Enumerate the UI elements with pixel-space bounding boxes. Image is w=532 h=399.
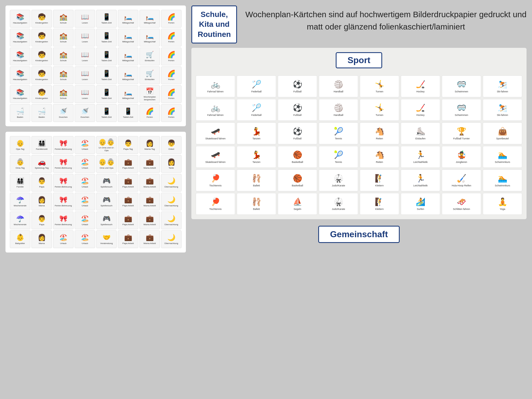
card-icon: 👨: [38, 215, 46, 223]
card-item: 🤝 Verabredung: [96, 230, 117, 248]
card-item: 🚗 Spielzeug-Tag: [31, 155, 52, 173]
sport-card-item: 🛷 Schlitten fahren: [442, 193, 481, 215]
card-icon: 🏫: [59, 70, 68, 78]
sport-label: Reiten: [376, 137, 383, 140]
card-item: 📱 Tablet-Zeit: [96, 85, 117, 103]
card-item: 💼 Mama Arbeit: [139, 193, 160, 210]
card-item: 🎀 Ferien-Betreuung: [53, 193, 74, 210]
sport-label: Tennis: [335, 161, 342, 164]
sport-icon: 🩰: [252, 197, 261, 207]
card-label: Spielbesuch: [101, 186, 113, 188]
sport-label: Tischtennis: [209, 208, 221, 211]
sport-label: Leichtathletik: [413, 184, 428, 187]
card-icon: 📱: [124, 107, 132, 115]
card-label: Mama Arbeit: [144, 167, 156, 169]
sport-icon: 🎾: [334, 150, 343, 160]
card-icon: 🎀: [59, 139, 68, 147]
card-label: Ferien: [168, 40, 174, 43]
sport-icon: 💃: [252, 127, 261, 136]
card-item: 💼 Papa Arbeit: [118, 155, 138, 173]
sport-label: Leichtathletik: [413, 161, 428, 164]
sport-icon: 🚲: [211, 103, 220, 113]
card-item: 💼 Papa Arbeit: [118, 193, 138, 210]
sport-label: Reiten: [376, 161, 383, 164]
card-item: 👨 Papa-Tag: [118, 136, 138, 154]
sport-card-item: 🤸 Turnen: [360, 75, 399, 97]
sport-label: Skateboard fahren: [205, 161, 226, 164]
card-icon: 👨: [124, 139, 132, 147]
sport-icon: 🏑: [457, 174, 466, 183]
card-item: 🎮 Spielbesuch: [96, 193, 117, 210]
sport-card-item: 🏃 Leichtathletik: [401, 169, 440, 191]
card-item: 📖 Lesen: [75, 10, 95, 28]
card-item: 🛁 Baden: [31, 104, 52, 122]
card-label: Onkel: [168, 148, 174, 151]
card-icon: 🛁: [38, 107, 46, 115]
card-label: Übernachtung: [164, 186, 178, 188]
sport-icon: 🤹: [457, 150, 466, 160]
card-icon: 💼: [124, 177, 132, 185]
sport-card-item: 🥋 Judo/Karate: [319, 169, 358, 191]
sport-card-item: 🚲 Fahrrad fahren: [196, 99, 235, 121]
card-icon: 🎮: [103, 196, 111, 204]
sport-icon: 🛹: [211, 150, 220, 160]
card-icon: 🛏️: [124, 13, 132, 21]
card-item: 📱 Tablet-Zeit: [96, 29, 117, 46]
card-icon: 📖: [81, 13, 89, 21]
card-label: Hausaufgaben: [13, 78, 27, 81]
card-item: 🏖️ Urlaub: [75, 193, 95, 210]
sport-label: Surfen: [417, 208, 424, 211]
card-label: Ferien: [147, 116, 153, 119]
card-icon: 🛏️: [146, 32, 154, 40]
card-item: 🌈 Ferien: [161, 10, 182, 28]
card-icon: 📚: [16, 70, 24, 78]
sport-card-item: 🥋 Judo/Karate: [319, 193, 358, 215]
sport-card-item: 🧗 Klettern: [360, 169, 399, 191]
card-label: Hausaufgaben: [13, 97, 27, 100]
card-icon: 🌈: [167, 70, 176, 78]
sport-icon: 🏓: [211, 174, 220, 183]
card-item: 🎀 Ferien-Betreuung: [53, 136, 74, 154]
sport-card-grid: 🚲 Fahrrad fahren🏸 Federball⚽ Fußball🏐 Ha…: [196, 75, 522, 215]
card-label: Mama Arbeit: [144, 242, 156, 245]
card-label: Familienzeit: [36, 148, 48, 151]
card-item: ☂️ Wochenende: [10, 212, 30, 229]
sport-label: Federball: [251, 90, 262, 93]
sport-label: Hockey: [416, 90, 425, 93]
card-icon: 🎀: [59, 158, 68, 166]
sport-card-item: 🏑 Hula-Hoop Reifen: [442, 169, 481, 191]
sport-card-item: 🏸 Federball: [237, 99, 276, 121]
sport-icon: 🏄: [416, 197, 425, 207]
card-icon: 👩: [38, 234, 46, 242]
sport-icon: 🥽: [457, 80, 466, 89]
sport-icon: 🏒: [416, 80, 425, 89]
sport-icon: 🥋: [334, 197, 343, 207]
sport-icon: ⛷️: [498, 103, 507, 113]
card-item: 🌙 Übernachtung: [161, 193, 182, 210]
card-label: Tante: [169, 167, 174, 169]
right-column: Schule,Kita undRoutinen Wochenplan-Kärtc…: [191, 5, 527, 253]
card-icon: 🛏️: [146, 13, 154, 21]
card-icon: 🏖️: [81, 139, 89, 147]
sport-label: Judo/Karate: [332, 184, 345, 187]
card-label: Papa Arbeit: [122, 204, 134, 207]
card-label: Tablet-Zeit: [101, 97, 112, 100]
card-icon: 👨‍👩‍👧‍👦: [38, 139, 46, 147]
sport-icon: ⚽: [293, 80, 302, 89]
sport-icon: 🏆: [457, 127, 466, 136]
card-label: Lesen: [82, 22, 88, 24]
card-item: 🛒 Einkaufen: [139, 48, 160, 65]
card-label: Mittagschlaf: [122, 59, 134, 62]
card-label: Papa-Tag: [123, 148, 133, 151]
card-icon: 🛒: [146, 51, 154, 59]
card-icon: 🎀: [59, 215, 68, 223]
card-icon: 🧒: [38, 51, 46, 59]
card-item: 👴 Opa-Tag: [10, 136, 30, 154]
card-item: 👵 Oma-Tag: [10, 155, 30, 173]
card-icon: 🏫: [59, 51, 68, 59]
card-item: 💼 Papa Arbeit: [118, 230, 138, 248]
card-icon: 👩: [38, 196, 46, 204]
card-label: Mama-Tag: [145, 148, 155, 151]
card-label: Wochenende: [14, 223, 27, 226]
sport-label: Fußball: [293, 137, 302, 140]
